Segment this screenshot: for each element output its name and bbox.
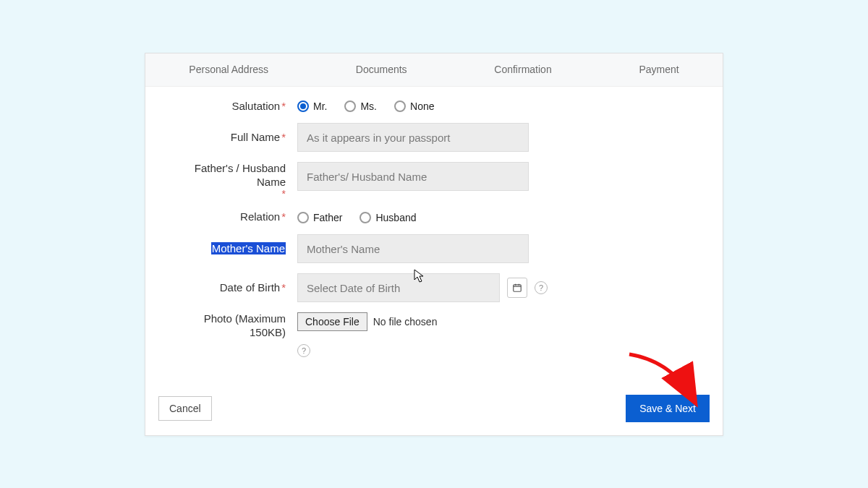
help-icon[interactable]: ?: [535, 281, 548, 294]
mother-name-input[interactable]: [297, 234, 529, 263]
step-confirmation[interactable]: Confirmation: [494, 64, 551, 75]
form-body: Salutation* Mr. Ms. None Full N: [145, 87, 723, 386]
radio-icon: [297, 100, 309, 112]
radio-icon: [297, 212, 309, 223]
file-status-text: No file chosen: [373, 316, 438, 328]
radio-label: Husband: [375, 212, 416, 223]
radio-icon: [344, 100, 356, 112]
form-panel: Personal Address Documents Confirmation …: [145, 53, 723, 436]
step-personal-address[interactable]: Personal Address: [189, 64, 268, 75]
calendar-button[interactable]: [507, 278, 527, 298]
mother-name-label-text: Mother's Name: [211, 242, 286, 254]
step-payment[interactable]: Payment: [639, 64, 678, 75]
radio-label: Mr.: [313, 100, 327, 112]
radio-icon: [359, 212, 371, 223]
choose-file-button[interactable]: Choose File: [297, 312, 367, 331]
full-name-input[interactable]: [297, 123, 529, 152]
dob-label: Date of Birth*: [167, 281, 297, 295]
radio-label: None: [410, 100, 434, 112]
relation-label: Relation*: [167, 210, 297, 224]
salutation-label: Salutation*: [167, 100, 297, 114]
salutation-radio-ms[interactable]: Ms.: [344, 100, 377, 112]
stepper: Personal Address Documents Confirmation …: [145, 53, 723, 87]
cancel-button[interactable]: Cancel: [158, 396, 212, 421]
form-footer: Cancel Save & Next: [145, 386, 723, 435]
father-husband-label: Father's / Husband Name *: [167, 162, 297, 200]
dob-input[interactable]: [297, 273, 500, 302]
radio-icon: [394, 100, 406, 112]
full-name-label: Full Name*: [167, 131, 297, 145]
calendar-icon: [512, 283, 522, 293]
salutation-radio-mr[interactable]: Mr.: [297, 100, 327, 112]
salutation-radio-none[interactable]: None: [394, 100, 434, 112]
relation-radio-father[interactable]: Father: [297, 212, 342, 223]
relation-radio-husband[interactable]: Husband: [359, 212, 416, 223]
father-husband-input[interactable]: [297, 162, 529, 191]
step-documents[interactable]: Documents: [356, 64, 407, 75]
mother-name-label: Mother's Name: [167, 242, 297, 256]
photo-label: Photo (Maximum 150KB): [167, 312, 297, 340]
help-icon[interactable]: ?: [297, 344, 310, 357]
svg-rect-0: [514, 285, 522, 291]
radio-label: Ms.: [360, 100, 377, 112]
radio-label: Father: [313, 212, 342, 223]
save-next-button[interactable]: Save & Next: [626, 395, 710, 422]
